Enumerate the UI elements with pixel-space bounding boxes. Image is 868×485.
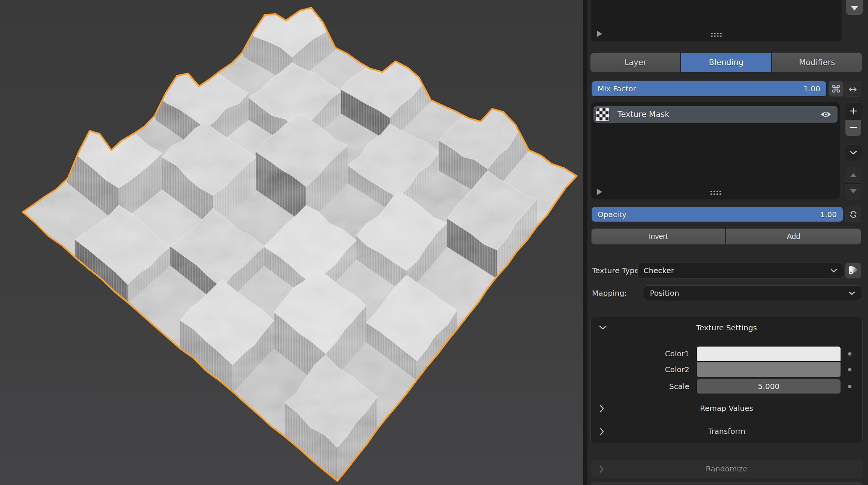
palette-swatch-icon xyxy=(847,265,859,276)
slider-label: Opacity xyxy=(598,210,627,219)
dropdown-value: Checker xyxy=(643,266,674,275)
slider-value: 1.00 xyxy=(803,84,820,93)
chevron-down-icon xyxy=(850,151,857,155)
chevron-right-icon xyxy=(600,428,604,435)
move-down-button[interactable] xyxy=(845,184,861,200)
slider-value: 1.00 xyxy=(820,210,837,219)
editor-divider[interactable] xyxy=(583,0,587,485)
resize-grip-icon[interactable] xyxy=(710,32,723,38)
disclosure-triangle-icon[interactable] xyxy=(597,189,602,195)
decorator-dot-icon[interactable] xyxy=(848,352,851,356)
properties-panel: Layer Blending Modifiers Mix Factor 1.00… xyxy=(587,0,868,485)
subpanel-title: Remap Values xyxy=(591,400,862,417)
tab-layer[interactable]: Layer xyxy=(590,53,680,72)
tab-bar: Layer Blending Modifiers xyxy=(590,53,862,72)
checker-texture-icon xyxy=(596,108,609,121)
terrain-mesh[interactable] xyxy=(0,0,583,485)
add-item-button[interactable] xyxy=(845,103,861,119)
randomize-panel[interactable]: Randomize xyxy=(590,460,863,478)
minus-icon xyxy=(849,123,857,132)
plus-icon xyxy=(849,107,857,115)
scale-value: 5.000 xyxy=(758,382,779,391)
tab-blending[interactable]: Blending xyxy=(681,53,771,72)
button-label: Add xyxy=(787,232,800,241)
3d-viewport[interactable] xyxy=(0,0,583,485)
list-specials-button[interactable] xyxy=(845,144,861,161)
chevron-down-icon xyxy=(599,325,607,330)
chevron-right-icon xyxy=(599,465,604,473)
remove-item-button[interactable] xyxy=(845,120,861,136)
tab-label: Modifiers xyxy=(799,58,835,67)
triangle-up-icon xyxy=(850,173,857,177)
chevron-right-icon xyxy=(600,405,604,412)
dropdown-value: Position xyxy=(650,289,679,298)
color2-label: Color2 xyxy=(591,362,689,377)
triangle-down-icon xyxy=(850,189,857,193)
visibility-eye-icon[interactable] xyxy=(820,110,832,119)
refresh-arrows xyxy=(848,210,858,219)
remap-values-subpanel[interactable]: Remap Values xyxy=(591,400,862,417)
upper-list-box xyxy=(591,0,842,41)
list-reorder xyxy=(845,167,861,200)
panel-collapse-button[interactable] xyxy=(846,0,863,15)
triangle-down-icon xyxy=(851,6,858,11)
tab-label: Layer xyxy=(624,58,646,67)
mapping-label: Mapping: xyxy=(592,285,627,301)
invert-button[interactable]: Invert xyxy=(591,228,725,245)
decorator-dot-icon[interactable] xyxy=(848,385,851,388)
list-add-remove xyxy=(845,102,861,136)
texture-settings-panel: Texture Settings Color1 Color2 Scale 5.0… xyxy=(590,317,863,443)
panel-title: Randomize xyxy=(590,460,863,478)
color1-swatch[interactable] xyxy=(697,346,841,362)
disclosure-triangle-icon[interactable] xyxy=(597,31,602,37)
tab-label: Blending xyxy=(709,58,744,67)
texture-mask-item[interactable]: Texture Mask xyxy=(593,106,838,123)
texture-type-label: Texture Type: xyxy=(592,263,642,278)
scale-label: Scale xyxy=(591,379,689,394)
color1-label: Color1 xyxy=(591,346,689,362)
chevron-down-icon xyxy=(848,291,855,295)
texture-datablock-icon[interactable] xyxy=(845,263,861,278)
button-label: Invert xyxy=(649,232,668,241)
swap-glyph: ↔ xyxy=(848,83,857,95)
texture-settings-header[interactable]: Texture Settings xyxy=(591,317,862,338)
refresh-cycle-icon[interactable] xyxy=(845,207,861,222)
tab-modifiers[interactable]: Modifiers xyxy=(772,53,862,72)
texture-mask-list: Texture Mask xyxy=(591,102,840,199)
driver-icon[interactable]: ⌘ xyxy=(829,81,844,97)
mapping-dropdown[interactable]: Position xyxy=(644,285,861,301)
transform-subpanel[interactable]: Transform xyxy=(591,423,862,439)
color2-swatch[interactable] xyxy=(697,362,841,377)
chevron-down-icon xyxy=(830,269,837,273)
add-button[interactable]: Add xyxy=(726,228,861,245)
texture-type-dropdown[interactable]: Checker xyxy=(637,263,843,278)
driver-glyph: ⌘ xyxy=(831,83,841,95)
panel-title: Texture Settings xyxy=(591,317,862,338)
move-up-button[interactable] xyxy=(845,167,861,183)
scale-number-field[interactable]: 5.000 xyxy=(697,379,841,394)
blender-window: Layer Blending Modifiers Mix Factor 1.00… xyxy=(0,0,868,485)
decorator-dot-icon[interactable] xyxy=(848,368,851,371)
swap-arrows-icon[interactable]: ↔ xyxy=(844,81,861,97)
resize-grip-icon[interactable] xyxy=(709,190,722,196)
texture-mask-name: Texture Mask xyxy=(618,110,669,119)
mix-factor-slider[interactable]: Mix Factor 1.00 xyxy=(591,81,827,97)
next-panel-edge xyxy=(590,482,863,485)
opacity-slider[interactable]: Opacity 1.00 xyxy=(591,207,843,222)
subpanel-title: Transform xyxy=(591,423,862,439)
slider-label: Mix Factor xyxy=(598,84,636,93)
